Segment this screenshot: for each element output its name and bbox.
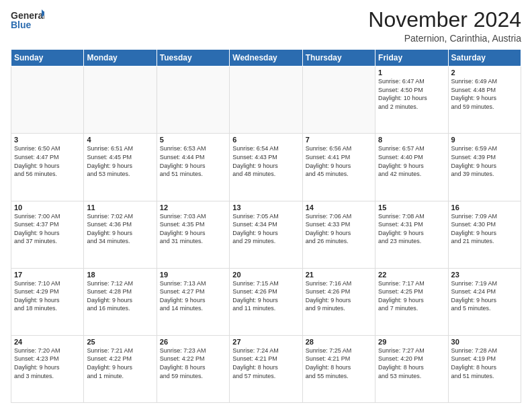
day-number: 6 [232,136,299,144]
table-row: 27Sunrise: 7:24 AM Sunset: 4:21 PM Dayli… [230,335,302,402]
day-number: 7 [306,136,372,144]
day-info: Sunrise: 7:02 AM Sunset: 4:36 PM Dayligh… [87,212,153,246]
col-tuesday: Tuesday [157,50,229,66]
day-number: 13 [232,203,299,212]
day-number: 24 [14,338,81,346]
col-sunday: Sunday [11,50,84,66]
day-info: Sunrise: 7:15 AM Sunset: 4:26 PM Dayligh… [232,279,299,313]
table-row: 30Sunrise: 7:28 AM Sunset: 4:19 PM Dayli… [448,335,521,402]
table-row: 24Sunrise: 7:20 AM Sunset: 4:23 PM Dayli… [11,335,84,402]
table-row: 10Sunrise: 7:00 AM Sunset: 4:37 PM Dayli… [11,201,84,268]
table-row: 26Sunrise: 7:23 AM Sunset: 4:22 PM Dayli… [157,335,229,402]
col-saturday: Saturday [448,50,521,66]
day-info: Sunrise: 6:57 AM Sunset: 4:40 PM Dayligh… [378,144,445,178]
day-info: Sunrise: 7:25 AM Sunset: 4:21 PM Dayligh… [306,347,372,380]
day-info: Sunrise: 7:06 AM Sunset: 4:33 PM Dayligh… [306,212,372,246]
day-number: 23 [451,271,518,279]
table-row: 6Sunrise: 6:54 AM Sunset: 4:43 PM Daylig… [230,134,302,201]
table-row [157,66,229,134]
table-row: 1Sunrise: 6:47 AM Sunset: 4:50 PM Daylig… [375,66,448,134]
day-number: 26 [160,338,226,346]
day-number: 30 [451,338,518,346]
table-row: 12Sunrise: 7:03 AM Sunset: 4:35 PM Dayli… [157,201,229,268]
day-number: 22 [378,271,445,279]
day-number: 25 [87,338,153,346]
day-number: 15 [378,203,445,212]
table-row [230,66,302,134]
day-number: 1 [378,68,445,77]
day-info: Sunrise: 6:53 AM Sunset: 4:44 PM Dayligh… [160,144,226,178]
day-info: Sunrise: 7:00 AM Sunset: 4:37 PM Dayligh… [14,212,81,246]
calendar-week-row: 3Sunrise: 6:50 AM Sunset: 4:47 PM Daylig… [11,134,521,201]
day-info: Sunrise: 7:23 AM Sunset: 4:22 PM Dayligh… [160,347,226,380]
day-number: 11 [87,203,153,212]
table-row: 8Sunrise: 6:57 AM Sunset: 4:40 PM Daylig… [375,134,448,201]
calendar-week-row: 17Sunrise: 7:10 AM Sunset: 4:29 PM Dayli… [11,268,521,335]
day-number: 10 [14,203,81,212]
day-info: Sunrise: 7:09 AM Sunset: 4:30 PM Dayligh… [451,212,518,246]
table-row: 18Sunrise: 7:12 AM Sunset: 4:28 PM Dayli… [84,268,157,335]
table-row: 22Sunrise: 7:17 AM Sunset: 4:25 PM Dayli… [375,268,448,335]
table-row: 11Sunrise: 7:02 AM Sunset: 4:36 PM Dayli… [84,201,157,268]
day-number: 29 [378,338,445,346]
day-info: Sunrise: 6:59 AM Sunset: 4:39 PM Dayligh… [451,144,518,178]
table-row: 19Sunrise: 7:13 AM Sunset: 4:27 PM Dayli… [157,268,229,335]
day-info: Sunrise: 7:10 AM Sunset: 4:29 PM Dayligh… [14,279,81,313]
table-row: 29Sunrise: 7:27 AM Sunset: 4:20 PM Dayli… [375,335,448,402]
header: General Blue November 2024 Paternion, Ca… [11,8,521,44]
table-row: 14Sunrise: 7:06 AM Sunset: 4:33 PM Dayli… [302,201,375,268]
day-number: 9 [451,136,518,144]
day-number: 28 [306,338,372,346]
day-info: Sunrise: 6:47 AM Sunset: 4:50 PM Dayligh… [378,77,445,111]
page: General Blue November 2024 Paternion, Ca… [0,0,532,411]
table-row [302,66,375,134]
day-info: Sunrise: 6:50 AM Sunset: 4:47 PM Dayligh… [14,144,81,178]
table-row: 20Sunrise: 7:15 AM Sunset: 4:26 PM Dayli… [230,268,302,335]
day-number: 14 [306,203,372,212]
day-number: 12 [160,203,226,212]
calendar-week-row: 10Sunrise: 7:00 AM Sunset: 4:37 PM Dayli… [11,201,521,268]
location: Paternion, Carinthia, Austria [368,33,521,44]
table-row: 9Sunrise: 6:59 AM Sunset: 4:39 PM Daylig… [448,134,521,201]
day-info: Sunrise: 7:28 AM Sunset: 4:19 PM Dayligh… [451,347,518,380]
col-monday: Monday [84,50,157,66]
table-row: 21Sunrise: 7:16 AM Sunset: 4:26 PM Dayli… [302,268,375,335]
month-title: November 2024 [368,8,521,32]
logo-svg: General Blue [11,8,44,32]
day-info: Sunrise: 7:05 AM Sunset: 4:34 PM Dayligh… [232,212,299,246]
day-info: Sunrise: 7:27 AM Sunset: 4:20 PM Dayligh… [378,347,445,380]
calendar: Sunday Monday Tuesday Wednesday Thursday… [11,49,521,403]
table-row: 17Sunrise: 7:10 AM Sunset: 4:29 PM Dayli… [11,268,84,335]
day-number: 8 [378,136,445,144]
day-number: 27 [232,338,299,346]
day-info: Sunrise: 7:08 AM Sunset: 4:31 PM Dayligh… [378,212,445,246]
logo: General Blue [11,8,44,32]
col-thursday: Thursday [302,50,375,66]
day-number: 2 [451,68,518,77]
calendar-week-row: 1Sunrise: 6:47 AM Sunset: 4:50 PM Daylig… [11,66,521,134]
table-row: 15Sunrise: 7:08 AM Sunset: 4:31 PM Dayli… [375,201,448,268]
day-info: Sunrise: 7:03 AM Sunset: 4:35 PM Dayligh… [160,212,226,246]
table-row: 5Sunrise: 6:53 AM Sunset: 4:44 PM Daylig… [157,134,229,201]
day-number: 19 [160,271,226,279]
day-number: 18 [87,271,153,279]
table-row: 13Sunrise: 7:05 AM Sunset: 4:34 PM Dayli… [230,201,302,268]
calendar-week-row: 24Sunrise: 7:20 AM Sunset: 4:23 PM Dayli… [11,335,521,402]
day-info: Sunrise: 7:24 AM Sunset: 4:21 PM Dayligh… [232,347,299,380]
day-info: Sunrise: 7:17 AM Sunset: 4:25 PM Dayligh… [378,279,445,313]
day-number: 4 [87,136,153,144]
table-row: 28Sunrise: 7:25 AM Sunset: 4:21 PM Dayli… [302,335,375,402]
title-block: November 2024 Paternion, Carinthia, Aust… [368,8,521,44]
day-info: Sunrise: 7:13 AM Sunset: 4:27 PM Dayligh… [160,279,226,313]
day-info: Sunrise: 6:56 AM Sunset: 4:41 PM Dayligh… [306,144,372,178]
table-row [11,66,84,134]
day-info: Sunrise: 6:54 AM Sunset: 4:43 PM Dayligh… [232,144,299,178]
day-info: Sunrise: 6:51 AM Sunset: 4:45 PM Dayligh… [87,144,153,178]
day-info: Sunrise: 6:49 AM Sunset: 4:48 PM Dayligh… [451,77,518,111]
table-row: 4Sunrise: 6:51 AM Sunset: 4:45 PM Daylig… [84,134,157,201]
svg-text:Blue: Blue [11,19,32,30]
table-row: 3Sunrise: 6:50 AM Sunset: 4:47 PM Daylig… [11,134,84,201]
table-row: 25Sunrise: 7:21 AM Sunset: 4:22 PM Dayli… [84,335,157,402]
day-number: 21 [306,271,372,279]
col-wednesday: Wednesday [230,50,302,66]
